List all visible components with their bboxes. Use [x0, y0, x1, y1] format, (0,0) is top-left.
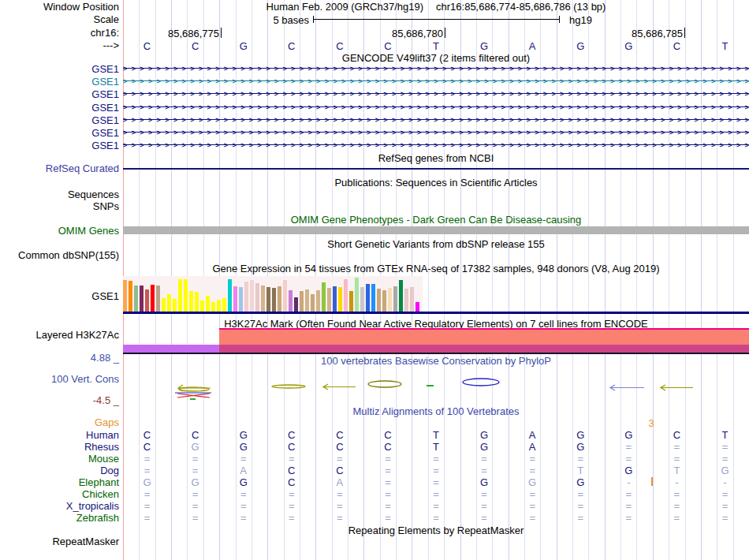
multiz-species-label[interactable]: Elephant: [0, 476, 119, 488]
gtex-bar[interactable]: [305, 289, 309, 312]
gtex-bar[interactable]: [255, 283, 259, 312]
gtex-bar[interactable]: [233, 286, 237, 312]
snps-track-label[interactable]: SNPs: [0, 201, 119, 211]
dbsnp-center-title[interactable]: Short Genetic Variants from dbSNP releas…: [123, 239, 749, 249]
multiz-center-title[interactable]: Multiz Alignments of 100 Vertebrates: [123, 406, 749, 416]
h3k27ac-track-label[interactable]: Layered H3K27Ac: [0, 330, 119, 340]
gtex-bar[interactable]: [272, 288, 276, 312]
conservation-track-label[interactable]: 100 Vert. Cons: [0, 374, 119, 384]
refseq-center-title[interactable]: RefSeq genes from NCBI: [123, 153, 749, 163]
gtex-bar[interactable]: [228, 279, 232, 312]
gaps-row-label[interactable]: Gaps: [0, 417, 119, 427]
gtex-bar[interactable]: [355, 278, 359, 312]
gencode-center-title[interactable]: GENCODE V49lift37 (2 items filtered out): [123, 53, 749, 63]
multiz-species-label[interactable]: Human: [0, 429, 119, 441]
gtex-bar[interactable]: [250, 280, 254, 312]
gtex-bar[interactable]: [349, 291, 353, 312]
gtex-bar[interactable]: [151, 285, 155, 312]
gtex-bar[interactable]: [289, 290, 293, 312]
omim-center-title[interactable]: OMIM Gene Phenotypes - Dark Green Can Be…: [123, 215, 749, 225]
conservation-center-title[interactable]: 100 vertebrates Basewise Conservation by…: [123, 356, 749, 366]
gtex-center-title[interactable]: Gene Expression in 54 tissues from GTEx …: [123, 263, 749, 274]
gtex-bar[interactable]: [415, 302, 419, 312]
gtex-bar[interactable]: [239, 287, 243, 312]
multiz-species-label[interactable]: X_tropicalis: [0, 500, 119, 512]
gtex-bar[interactable]: [327, 288, 331, 312]
gtex-bar[interactable]: [173, 299, 177, 312]
gtex-bar[interactable]: [360, 287, 364, 312]
gtex-bar[interactable]: [404, 289, 408, 312]
sequences-track-label[interactable]: Sequences: [0, 189, 119, 200]
repeatmasker-center-title[interactable]: Repeating Elements by RepeatMasker: [123, 525, 749, 536]
gtex-bar[interactable]: [145, 289, 149, 312]
h3k27ac-signal-block[interactable]: [219, 330, 749, 345]
refseq-gene-line[interactable]: [123, 168, 749, 170]
gtex-bar[interactable]: [217, 300, 221, 312]
gtex-bar[interactable]: [140, 286, 143, 312]
h3k27ac-signal-band[interactable]: [219, 345, 749, 353]
gene-row[interactable]: >>>>>>>>>>>>>>>>>>>>>>>>>>>>>>>>>>>>>>>>…: [123, 77, 749, 85]
gtex-bar[interactable]: [162, 298, 166, 312]
gtex-bar[interactable]: [382, 290, 386, 312]
gene-label[interactable]: GSE1: [0, 88, 119, 100]
gtex-bar[interactable]: [316, 290, 320, 312]
omim-track-label[interactable]: OMIM Genes: [0, 226, 119, 236]
gtex-bar[interactable]: [388, 288, 392, 312]
gene-row[interactable]: >>>>>>>>>>>>>>>>>>>>>>>>>>>>>>>>>>>>>>>>…: [123, 129, 749, 136]
multiz-species-label[interactable]: Rhesus: [0, 441, 119, 453]
gtex-bar[interactable]: [129, 281, 132, 312]
multiz-species-label[interactable]: Zebrafish: [0, 512, 119, 524]
gtex-bar[interactable]: [338, 287, 342, 312]
gtex-bar[interactable]: [377, 289, 381, 312]
gene-row[interactable]: >>>>>>>>>>>>>>>>>>>>>>>>>>>>>>>>>>>>>>>>…: [123, 65, 749, 73]
gtex-bar[interactable]: [399, 280, 403, 312]
gtex-bar[interactable]: [261, 286, 265, 312]
gtex-bar[interactable]: [134, 286, 138, 312]
gene-label[interactable]: GSE1: [0, 140, 119, 151]
gene-row[interactable]: >>>>>>>>>>>>>>>>>>>>>>>>>>>>>>>>>>>>>>>>…: [123, 141, 749, 149]
gene-row[interactable]: >>>>>>>>>>>>>>>>>>>>>>>>>>>>>>>>>>>>>>>>…: [123, 103, 749, 111]
multiz-species-label[interactable]: Chicken: [0, 488, 119, 500]
gtex-bar[interactable]: [184, 279, 188, 312]
gtex-bar[interactable]: [167, 294, 171, 312]
gtex-bar[interactable]: [322, 282, 326, 312]
gtex-bar[interactable]: [189, 291, 193, 312]
gtex-bar[interactable]: [371, 284, 375, 312]
gene-label[interactable]: GSE1: [0, 114, 119, 126]
omim-gene-bar[interactable]: [123, 226, 749, 234]
dbsnp-track-label[interactable]: Common dbSNP(155): [0, 250, 119, 260]
gtex-bar[interactable]: [211, 302, 215, 312]
gtex-track-label[interactable]: GSE1: [0, 291, 119, 301]
gtex-bar[interactable]: [278, 286, 281, 312]
repeatmasker-track-label[interactable]: RepeatMasker: [0, 536, 119, 547]
gtex-bar[interactable]: [283, 280, 287, 312]
gtex-bar[interactable]: [244, 282, 248, 312]
gene-label[interactable]: GSE1: [0, 127, 119, 139]
h3k27ac-left-band[interactable]: [123, 345, 219, 353]
gtex-bar[interactable]: [311, 294, 315, 312]
publications-center-title[interactable]: Publications: Sequences in Scientific Ar…: [123, 177, 749, 188]
gene-row[interactable]: >>>>>>>>>>>>>>>>>>>>>>>>>>>>>>>>>>>>>>>>…: [123, 116, 749, 124]
gtex-bar[interactable]: [200, 301, 204, 312]
gtex-bar[interactable]: [266, 287, 270, 312]
multiz-species-label[interactable]: Dog: [0, 465, 119, 476]
gtex-bar[interactable]: [366, 284, 370, 312]
refseq-track-label[interactable]: RefSeq Curated: [0, 163, 119, 174]
gtex-bar[interactable]: [294, 297, 298, 312]
gtex-bar[interactable]: [333, 286, 337, 312]
gtex-bar[interactable]: [195, 292, 199, 312]
gtex-bar[interactable]: [123, 280, 127, 312]
gene-label[interactable]: GSE1: [0, 63, 119, 75]
gtex-bar[interactable]: [156, 286, 160, 312]
gtex-bar[interactable]: [410, 287, 414, 312]
multiz-species-label[interactable]: Mouse: [0, 453, 119, 465]
gene-row[interactable]: >>>>>>>>>>>>>>>>>>>>>>>>>>>>>>>>>>>>>>>>…: [123, 90, 749, 98]
gtex-bar[interactable]: [300, 291, 304, 312]
gtex-bar[interactable]: [178, 279, 182, 312]
gene-label[interactable]: GSE1: [0, 76, 119, 88]
gtex-bar[interactable]: [222, 298, 226, 312]
gtex-bar[interactable]: [393, 286, 397, 312]
gtex-bar[interactable]: [344, 279, 348, 312]
gtex-bar[interactable]: [206, 296, 210, 312]
gene-label[interactable]: GSE1: [0, 102, 119, 114]
